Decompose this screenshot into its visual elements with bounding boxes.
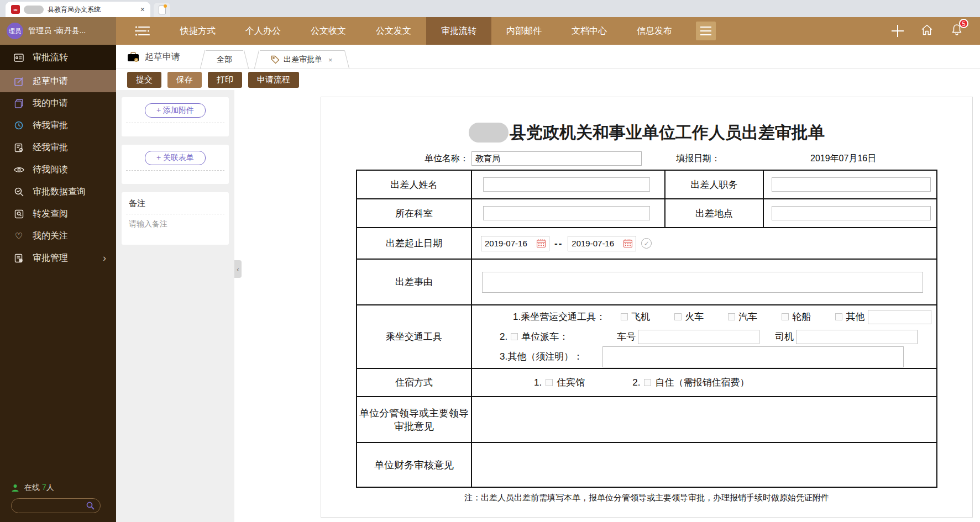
sidebar-search-input[interactable] — [17, 501, 83, 510]
option-hotel[interactable]: 1. 住宾馆 — [534, 376, 585, 389]
user-area[interactable]: 理员 管理员 -南丹县... — [0, 17, 116, 45]
end-date-picker[interactable]: 2019-07-16 — [568, 236, 636, 251]
redaction-blob — [24, 6, 44, 14]
checkbox-icon[interactable] — [835, 313, 842, 320]
browser-tab-bar: ∞ 县教育局办文系统 × — [0, 0, 980, 17]
nav-item-internal-mail[interactable]: 内部邮件 — [491, 17, 557, 45]
add-related-form-button[interactable]: + 关联表单 — [145, 151, 206, 165]
destination-input[interactable] — [772, 206, 931, 220]
browser-tab[interactable]: ∞ 县教育局办文系统 × — [6, 2, 150, 17]
notifications-bell-icon[interactable]: 5 — [950, 23, 963, 39]
search-chart-icon — [13, 187, 24, 197]
finance-opinion-cell[interactable] — [471, 442, 937, 487]
checkbox-icon[interactable] — [546, 379, 553, 386]
sidebar-item-approval-data-query[interactable]: 审批数据查询 — [0, 181, 116, 203]
sidebar-item-to-read[interactable]: 待我阅读 — [0, 159, 116, 181]
nav-item-personal-office[interactable]: 个人办公 — [230, 17, 296, 45]
start-date-picker[interactable]: 2019-07-16 — [481, 236, 549, 251]
save-button[interactable]: 保存 — [167, 72, 202, 88]
note-input[interactable]: 请输入备注 — [126, 214, 224, 245]
car-no-label: 车号 — [617, 330, 636, 343]
tab-close-icon[interactable]: × — [140, 6, 145, 13]
sidebar-item-label: 转发查阅 — [33, 208, 68, 220]
option-car[interactable]: 汽车 — [728, 310, 757, 323]
traveler-name-input[interactable] — [483, 177, 650, 192]
stay-label: 住宿方式 — [357, 368, 471, 397]
chevron-right-icon[interactable]: › — [103, 252, 106, 264]
option-label: 汽车 — [738, 310, 757, 323]
plus-icon[interactable] — [892, 25, 904, 37]
option-other[interactable]: 其他 — [835, 310, 864, 323]
table-row: 单位分管领导或主要领导审批意见 — [357, 397, 937, 442]
department-label: 所在科室 — [357, 199, 471, 228]
option-ship[interactable]: 轮船 — [782, 310, 811, 323]
checkbox-icon[interactable] — [674, 313, 682, 320]
form-scroll-area: 县党政机关和事业单位工作人员出差审批单 单位名称： 填报日期： 2019年07月… — [234, 90, 980, 522]
checkbox-icon[interactable] — [621, 313, 628, 320]
tab-all-label: 全部 — [217, 55, 232, 65]
sidebar-item-pending-approval[interactable]: 待我审批 — [0, 114, 116, 136]
sidebar-item-approved-by-me[interactable]: 经我审批 — [0, 136, 116, 159]
add-attachment-button[interactable]: + 添加附件 — [145, 103, 206, 118]
other-note-input[interactable] — [602, 346, 904, 367]
online-unit: 人 — [46, 483, 54, 492]
nav-item-doc-receive[interactable]: 公文收文 — [296, 17, 361, 45]
more-menu-icon[interactable] — [696, 22, 716, 40]
option-label: 自住（需报销住宿费） — [655, 376, 749, 389]
sidebar-item-approval-flow[interactable]: 审批流转 — [0, 45, 116, 70]
nav-item-doc-center[interactable]: 文档中心 — [557, 17, 622, 45]
sidebar-search — [11, 498, 101, 513]
leader-opinion-label: 单位分管领导或主要领导审批意见 — [357, 397, 471, 442]
apply-flow-button[interactable]: 申请流程 — [248, 72, 299, 88]
tab-all[interactable]: 全部 — [206, 50, 243, 68]
sidebar-item-approval-manage[interactable]: 审批管理 › — [0, 247, 116, 269]
checkbox-icon[interactable] — [782, 313, 789, 320]
workspace: + 添加附件 + 关联表单 备注 请输入备注 ‹ — [116, 90, 980, 522]
unit-name-label: 单位名称： — [425, 153, 469, 165]
tab-close-icon[interactable]: × — [328, 56, 333, 64]
date-separator: -- — [554, 238, 563, 249]
fill-date-value: 2019年07月16日 — [810, 153, 876, 165]
sidebar-item-my-follow[interactable]: ♡ 我的关注 — [0, 225, 116, 247]
sidebar-item-my-applications[interactable]: 我的申请 — [0, 92, 116, 114]
sidebar-item-draft-apply[interactable]: 起草申请 — [0, 70, 116, 92]
nav-item-approval-flow[interactable]: 审批流转 — [426, 17, 491, 45]
online-count: 7 — [42, 483, 46, 492]
nav-collapse-icon[interactable] — [116, 17, 165, 45]
new-tab-button[interactable] — [154, 3, 170, 17]
sidebar-item-forward-review[interactable]: 转发查阅 — [0, 203, 116, 225]
confirm-check-icon[interactable]: ✓ — [641, 238, 652, 249]
date-range-label: 出差起止日期 — [357, 228, 471, 259]
finance-opinion-label: 单位财务审核意见 — [357, 442, 471, 487]
unit-name-input[interactable] — [471, 151, 642, 166]
sidebar: 审批流转 起草申请 我的申请 待我审批 — [0, 45, 116, 522]
leader-opinion-cell[interactable] — [471, 397, 937, 442]
user-name: 管理员 -南丹县... — [28, 26, 86, 36]
checkbox-icon[interactable] — [728, 313, 735, 320]
submit-button[interactable]: 提交 — [127, 72, 161, 88]
tab-travel-form[interactable]: 出差审批单 × — [260, 50, 344, 68]
department-input[interactable] — [483, 206, 650, 220]
driver-input[interactable] — [796, 330, 918, 344]
checkbox-icon[interactable] — [644, 379, 651, 386]
option-plane[interactable]: 飞机 — [621, 310, 650, 323]
traveler-duty-input[interactable] — [772, 177, 931, 192]
main-nav: 快捷方式 个人办公 公文收文 公文发文 审批流转 内部邮件 文档中心 信息发布 — [165, 17, 687, 45]
tab-travel-form-label: 出差审批单 — [284, 55, 322, 65]
home-icon[interactable] — [920, 23, 934, 39]
nav-item-shortcuts[interactable]: 快捷方式 — [165, 17, 230, 45]
reason-input[interactable] — [482, 272, 923, 293]
option-label: 其他 — [846, 310, 864, 323]
panel-collapse-handle[interactable]: ‹ — [234, 260, 242, 278]
search-icon[interactable] — [86, 502, 95, 510]
checkbox-icon[interactable] — [511, 333, 518, 340]
nav-item-doc-send[interactable]: 公文发文 — [361, 17, 426, 45]
table-row: 出差起止日期 2019-07-16 — [357, 228, 937, 259]
other-transport-input[interactable] — [868, 310, 931, 324]
option-train[interactable]: 火车 — [674, 310, 704, 323]
option-self-stay[interactable]: 2. 自住（需报销住宿费） — [632, 376, 749, 389]
print-button[interactable]: 打印 — [208, 72, 242, 88]
car-no-input[interactable] — [638, 330, 759, 344]
redaction-blob — [469, 123, 509, 143]
nav-item-info-publish[interactable]: 信息发布 — [622, 17, 687, 45]
